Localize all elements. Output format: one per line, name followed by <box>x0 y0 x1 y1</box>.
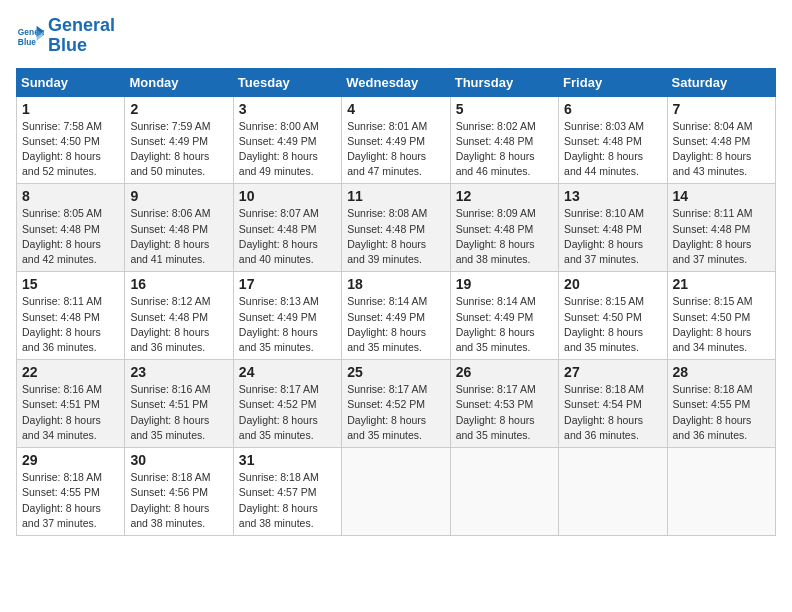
col-header-tuesday: Tuesday <box>233 68 341 96</box>
calendar-cell <box>667 448 775 536</box>
calendar-cell: 7Sunrise: 8:04 AM Sunset: 4:48 PM Daylig… <box>667 96 775 184</box>
day-number: 3 <box>239 101 336 117</box>
day-number: 23 <box>130 364 227 380</box>
calendar-cell: 21Sunrise: 8:15 AM Sunset: 4:50 PM Dayli… <box>667 272 775 360</box>
day-detail: Sunrise: 8:18 AM Sunset: 4:55 PM Dayligh… <box>22 470 119 531</box>
calendar-cell: 5Sunrise: 8:02 AM Sunset: 4:48 PM Daylig… <box>450 96 558 184</box>
day-detail: Sunrise: 8:17 AM Sunset: 4:52 PM Dayligh… <box>347 382 444 443</box>
day-detail: Sunrise: 8:18 AM Sunset: 4:57 PM Dayligh… <box>239 470 336 531</box>
svg-text:Blue: Blue <box>18 37 36 47</box>
day-number: 11 <box>347 188 444 204</box>
day-detail: Sunrise: 8:14 AM Sunset: 4:49 PM Dayligh… <box>347 294 444 355</box>
day-detail: Sunrise: 7:58 AM Sunset: 4:50 PM Dayligh… <box>22 119 119 180</box>
day-number: 21 <box>673 276 770 292</box>
day-detail: Sunrise: 8:17 AM Sunset: 4:53 PM Dayligh… <box>456 382 553 443</box>
calendar-cell: 2Sunrise: 7:59 AM Sunset: 4:49 PM Daylig… <box>125 96 233 184</box>
day-detail: Sunrise: 8:18 AM Sunset: 4:55 PM Dayligh… <box>673 382 770 443</box>
day-number: 1 <box>22 101 119 117</box>
calendar-cell: 8Sunrise: 8:05 AM Sunset: 4:48 PM Daylig… <box>17 184 125 272</box>
day-number: 17 <box>239 276 336 292</box>
day-detail: Sunrise: 8:17 AM Sunset: 4:52 PM Dayligh… <box>239 382 336 443</box>
calendar-cell: 17Sunrise: 8:13 AM Sunset: 4:49 PM Dayli… <box>233 272 341 360</box>
logo-text: GeneralBlue <box>48 16 115 56</box>
calendar-cell: 24Sunrise: 8:17 AM Sunset: 4:52 PM Dayli… <box>233 360 341 448</box>
calendar-cell: 27Sunrise: 8:18 AM Sunset: 4:54 PM Dayli… <box>559 360 667 448</box>
day-number: 2 <box>130 101 227 117</box>
day-detail: Sunrise: 8:15 AM Sunset: 4:50 PM Dayligh… <box>673 294 770 355</box>
day-detail: Sunrise: 8:03 AM Sunset: 4:48 PM Dayligh… <box>564 119 661 180</box>
calendar-cell: 18Sunrise: 8:14 AM Sunset: 4:49 PM Dayli… <box>342 272 450 360</box>
day-number: 30 <box>130 452 227 468</box>
day-number: 27 <box>564 364 661 380</box>
calendar-cell: 6Sunrise: 8:03 AM Sunset: 4:48 PM Daylig… <box>559 96 667 184</box>
day-detail: Sunrise: 8:02 AM Sunset: 4:48 PM Dayligh… <box>456 119 553 180</box>
calendar-cell: 29Sunrise: 8:18 AM Sunset: 4:55 PM Dayli… <box>17 448 125 536</box>
day-number: 28 <box>673 364 770 380</box>
col-header-monday: Monday <box>125 68 233 96</box>
col-header-sunday: Sunday <box>17 68 125 96</box>
calendar-cell: 28Sunrise: 8:18 AM Sunset: 4:55 PM Dayli… <box>667 360 775 448</box>
day-number: 8 <box>22 188 119 204</box>
day-detail: Sunrise: 8:08 AM Sunset: 4:48 PM Dayligh… <box>347 206 444 267</box>
calendar-cell: 26Sunrise: 8:17 AM Sunset: 4:53 PM Dayli… <box>450 360 558 448</box>
day-number: 7 <box>673 101 770 117</box>
day-detail: Sunrise: 8:11 AM Sunset: 4:48 PM Dayligh… <box>673 206 770 267</box>
day-detail: Sunrise: 8:07 AM Sunset: 4:48 PM Dayligh… <box>239 206 336 267</box>
calendar-cell: 15Sunrise: 8:11 AM Sunset: 4:48 PM Dayli… <box>17 272 125 360</box>
day-detail: Sunrise: 8:18 AM Sunset: 4:56 PM Dayligh… <box>130 470 227 531</box>
calendar-cell <box>559 448 667 536</box>
calendar-cell: 20Sunrise: 8:15 AM Sunset: 4:50 PM Dayli… <box>559 272 667 360</box>
calendar-cell: 12Sunrise: 8:09 AM Sunset: 4:48 PM Dayli… <box>450 184 558 272</box>
day-number: 13 <box>564 188 661 204</box>
page-header: General Blue GeneralBlue <box>16 16 776 56</box>
day-number: 6 <box>564 101 661 117</box>
logo-icon: General Blue <box>16 22 44 50</box>
day-detail: Sunrise: 8:09 AM Sunset: 4:48 PM Dayligh… <box>456 206 553 267</box>
day-number: 25 <box>347 364 444 380</box>
calendar-cell: 9Sunrise: 8:06 AM Sunset: 4:48 PM Daylig… <box>125 184 233 272</box>
day-detail: Sunrise: 8:16 AM Sunset: 4:51 PM Dayligh… <box>130 382 227 443</box>
logo: General Blue GeneralBlue <box>16 16 115 56</box>
calendar-cell: 10Sunrise: 8:07 AM Sunset: 4:48 PM Dayli… <box>233 184 341 272</box>
day-number: 5 <box>456 101 553 117</box>
calendar-cell: 13Sunrise: 8:10 AM Sunset: 4:48 PM Dayli… <box>559 184 667 272</box>
day-number: 12 <box>456 188 553 204</box>
calendar-cell: 25Sunrise: 8:17 AM Sunset: 4:52 PM Dayli… <box>342 360 450 448</box>
day-detail: Sunrise: 8:04 AM Sunset: 4:48 PM Dayligh… <box>673 119 770 180</box>
col-header-thursday: Thursday <box>450 68 558 96</box>
day-detail: Sunrise: 8:14 AM Sunset: 4:49 PM Dayligh… <box>456 294 553 355</box>
day-detail: Sunrise: 8:16 AM Sunset: 4:51 PM Dayligh… <box>22 382 119 443</box>
calendar-cell: 16Sunrise: 8:12 AM Sunset: 4:48 PM Dayli… <box>125 272 233 360</box>
day-number: 4 <box>347 101 444 117</box>
day-number: 20 <box>564 276 661 292</box>
calendar-cell: 14Sunrise: 8:11 AM Sunset: 4:48 PM Dayli… <box>667 184 775 272</box>
col-header-saturday: Saturday <box>667 68 775 96</box>
day-number: 31 <box>239 452 336 468</box>
day-number: 22 <box>22 364 119 380</box>
calendar-cell: 4Sunrise: 8:01 AM Sunset: 4:49 PM Daylig… <box>342 96 450 184</box>
day-detail: Sunrise: 8:00 AM Sunset: 4:49 PM Dayligh… <box>239 119 336 180</box>
day-number: 19 <box>456 276 553 292</box>
calendar-cell: 19Sunrise: 8:14 AM Sunset: 4:49 PM Dayli… <box>450 272 558 360</box>
day-number: 29 <box>22 452 119 468</box>
day-number: 18 <box>347 276 444 292</box>
day-number: 10 <box>239 188 336 204</box>
day-detail: Sunrise: 8:18 AM Sunset: 4:54 PM Dayligh… <box>564 382 661 443</box>
calendar-cell <box>450 448 558 536</box>
day-detail: Sunrise: 8:06 AM Sunset: 4:48 PM Dayligh… <box>130 206 227 267</box>
day-detail: Sunrise: 8:05 AM Sunset: 4:48 PM Dayligh… <box>22 206 119 267</box>
calendar-cell: 3Sunrise: 8:00 AM Sunset: 4:49 PM Daylig… <box>233 96 341 184</box>
calendar-cell: 31Sunrise: 8:18 AM Sunset: 4:57 PM Dayli… <box>233 448 341 536</box>
day-detail: Sunrise: 8:13 AM Sunset: 4:49 PM Dayligh… <box>239 294 336 355</box>
day-number: 16 <box>130 276 227 292</box>
col-header-friday: Friday <box>559 68 667 96</box>
day-detail: Sunrise: 8:01 AM Sunset: 4:49 PM Dayligh… <box>347 119 444 180</box>
day-detail: Sunrise: 8:11 AM Sunset: 4:48 PM Dayligh… <box>22 294 119 355</box>
day-number: 9 <box>130 188 227 204</box>
day-detail: Sunrise: 8:10 AM Sunset: 4:48 PM Dayligh… <box>564 206 661 267</box>
day-detail: Sunrise: 8:12 AM Sunset: 4:48 PM Dayligh… <box>130 294 227 355</box>
calendar-cell <box>342 448 450 536</box>
day-number: 14 <box>673 188 770 204</box>
day-detail: Sunrise: 7:59 AM Sunset: 4:49 PM Dayligh… <box>130 119 227 180</box>
calendar-table: SundayMondayTuesdayWednesdayThursdayFrid… <box>16 68 776 536</box>
